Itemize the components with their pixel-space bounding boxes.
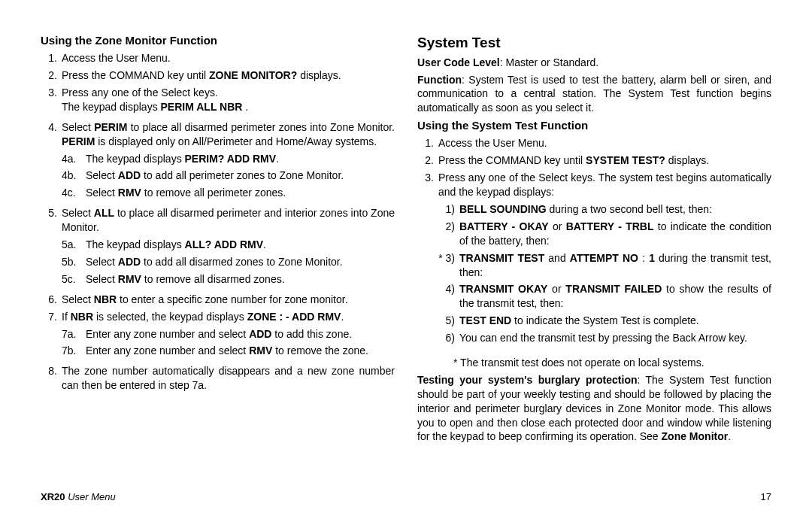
st-sub-2: 2) BATTERY - OKAY or BATTERY - TRBL to i…	[438, 220, 771, 248]
step-5: 5. Select ALL to place all disarmed peri…	[41, 206, 395, 289]
user-code-level: User Code Level: Master or Standard.	[417, 56, 771, 70]
st-sub-5: 5) TEST END to indicate the System Test …	[438, 314, 771, 328]
zone-monitor-heading: Using the Zone Monitor Function	[41, 33, 395, 48]
testing-burglary-protection: Testing your system's burglary protectio…	[417, 373, 771, 444]
st-sub-6: 6) You can end the transmit test by pres…	[438, 331, 771, 345]
step-6: 6. Select NBR to enter a specific zone n…	[41, 293, 395, 307]
st-sub-3: * 3) TRANSMIT TEST and ATTEMPT NO : 1 du…	[438, 251, 771, 280]
step-3: 3. Press any one of the Select keys. The…	[41, 86, 395, 117]
st-sub-1: 1) BELL SOUNDING during a two second bel…	[438, 202, 771, 217]
manual-name: XR20	[41, 491, 65, 502]
transmit-note: * The transmit test does not operate on …	[417, 356, 771, 370]
left-column: Using the Zone Monitor Function 1. Acces…	[41, 33, 395, 447]
section-name: User Menu	[65, 491, 116, 502]
st-step-1: 1.Access the User Menu.	[417, 136, 771, 150]
system-test-heading: System Test	[417, 33, 771, 53]
right-column: System Test User Code Level: Master or S…	[417, 33, 771, 447]
st-sub-4: 4) TRANSMIT OKAY or TRANSMIT FAILED to s…	[438, 282, 771, 311]
step-2: 2. Press the COMMAND key until ZONE MONI…	[41, 68, 395, 83]
using-system-test-heading: Using the System Test Function	[417, 118, 771, 133]
step-8: 8. The zone number automatically disappe…	[41, 364, 395, 393]
st-step-2: 2. Press the COMMAND key until SYSTEM TE…	[417, 153, 771, 168]
page-number: 17	[761, 491, 771, 502]
step-4: 4. Select PERIM to place all disarmed pe…	[41, 120, 395, 203]
page-footer: XR20 User Menu 17	[41, 491, 771, 502]
st-step-3: 3. Press any one of the Select keys. The…	[417, 171, 771, 199]
function-description: Function: System Test is used to test th…	[417, 73, 771, 116]
step-1: 1. Access the User Menu.	[41, 51, 395, 65]
step-7: 7. If NBR is selected, the keypad displa…	[41, 310, 395, 362]
